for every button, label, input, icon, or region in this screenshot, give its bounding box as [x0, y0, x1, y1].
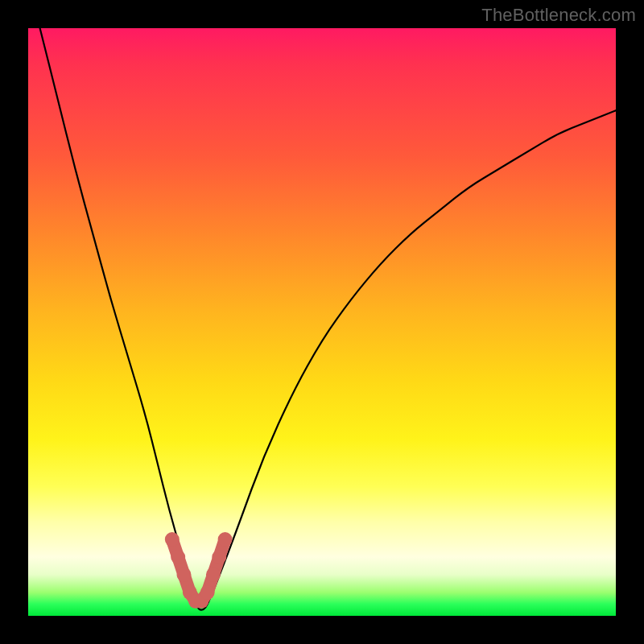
plot-area	[28, 28, 616, 616]
optimal-zone-dot	[177, 568, 192, 582]
optimal-zone-dot	[171, 550, 185, 564]
optimal-zone-dot	[206, 568, 221, 582]
optimal-zone-dot	[212, 550, 226, 564]
chart-frame: TheBottleneck.com	[0, 0, 644, 644]
optimal-zone-dot	[165, 532, 180, 547]
optimal-zone-dot	[200, 585, 215, 600]
watermark-text: TheBottleneck.com	[481, 5, 636, 26]
curve-layer	[28, 28, 616, 616]
bottleneck-curve	[40, 28, 616, 610]
optimal-zone-dot	[218, 532, 233, 547]
